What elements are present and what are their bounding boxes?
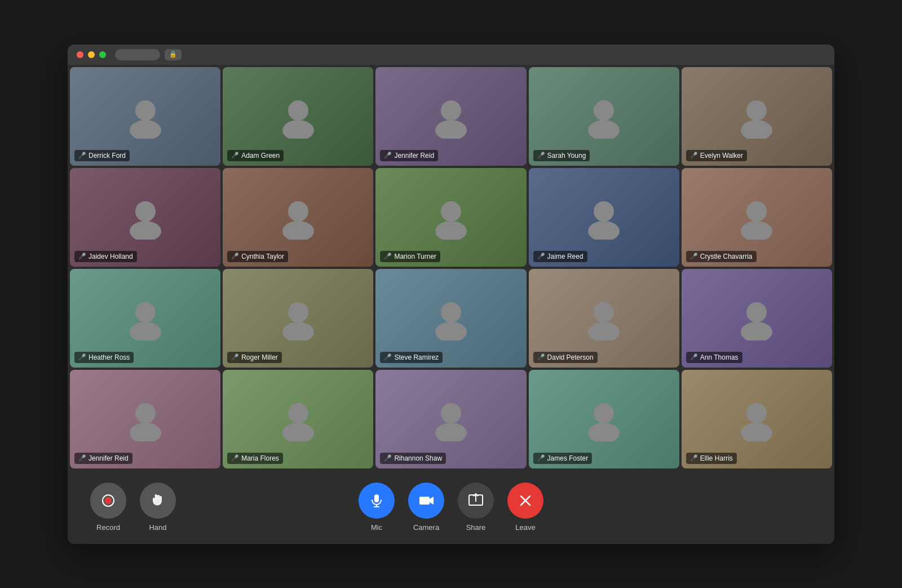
maximize-button[interactable] — [99, 51, 106, 58]
leave-label: Leave — [515, 523, 535, 532]
svg-point-28 — [746, 302, 767, 322]
mic-status-17: 🎤 — [231, 454, 239, 462]
mic-status-12: 🎤 — [231, 353, 239, 361]
video-tile-1: 🎤 Derrick Ford — [70, 67, 220, 166]
title-bar: 🔒 — [68, 45, 834, 65]
mic-status-13: 🎤 — [384, 353, 392, 361]
svg-point-24 — [441, 302, 461, 322]
close-button[interactable] — [77, 51, 83, 58]
video-tile-19: 🎤 James Foster — [529, 370, 679, 468]
share-button-wrap[interactable]: Share — [458, 483, 494, 532]
video-tile-17: 🎤 Maria Flores — [223, 370, 373, 468]
svg-point-16 — [594, 201, 614, 222]
svg-point-7 — [588, 120, 620, 139]
svg-rect-45 — [419, 497, 430, 505]
video-tile-13: 🎤 Steve Ramirez — [375, 269, 526, 368]
title-bar-lock: 🔒 — [165, 49, 182, 60]
leave-button-wrap[interactable]: Leave — [507, 483, 543, 532]
participant-label-14: 🎤 David Peterson — [533, 352, 598, 363]
app-window: 🔒 🎤 Derrick Ford 🎤 Adam Green — [68, 45, 834, 544]
share-button[interactable] — [458, 483, 494, 519]
svg-point-11 — [130, 221, 161, 240]
svg-point-27 — [588, 322, 620, 341]
camera-button-wrap[interactable]: Camera — [408, 483, 444, 532]
mic-status-5: 🎤 — [690, 152, 698, 159]
svg-point-25 — [435, 322, 467, 341]
minimize-button[interactable] — [88, 51, 95, 58]
mic-status-9: 🎤 — [537, 253, 545, 260]
participant-label-17: 🎤 Maria Flores — [227, 453, 283, 464]
participant-label-8: 🎤 Marion Turner — [380, 251, 440, 262]
title-bar-pill — [115, 49, 160, 60]
video-tile-5: 🎤 Evelyn Walker — [682, 67, 832, 166]
mic-status-15: 🎤 — [690, 353, 698, 361]
svg-point-8 — [746, 100, 767, 121]
record-button-wrap[interactable]: Record — [90, 483, 126, 532]
participant-label-15: 🎤 Ann Thomas — [686, 352, 742, 363]
svg-point-2 — [288, 100, 308, 121]
share-label: Share — [466, 523, 486, 532]
svg-point-4 — [441, 100, 461, 121]
svg-point-15 — [435, 221, 467, 240]
svg-point-12 — [288, 201, 308, 222]
video-tile-11: 🎤 Heather Ross — [70, 269, 220, 368]
mic-status-16: 🎤 — [78, 454, 86, 462]
participant-label-18: 🎤 Rihannon Shaw — [380, 453, 446, 464]
record-icon — [100, 493, 116, 509]
video-tile-18: 🎤 Rihannon Shaw — [375, 370, 526, 468]
mic-status-20: 🎤 — [690, 454, 698, 462]
svg-point-5 — [435, 120, 467, 139]
video-tile-2: 🎤 Adam Green — [223, 67, 373, 166]
mic-status-10: 🎤 — [690, 253, 698, 260]
participant-label-19: 🎤 James Foster — [533, 453, 593, 464]
participant-label-7: 🎤 Cynthia Taylor — [227, 251, 288, 262]
participant-label-9: 🎤 Jaime Reed — [533, 251, 587, 262]
controls-center: Mic Camera — [359, 483, 543, 532]
mic-button[interactable] — [359, 483, 395, 519]
participant-label-20: 🎤 Ellie Harris — [686, 453, 737, 464]
svg-rect-42 — [374, 494, 379, 502]
svg-point-30 — [135, 403, 156, 423]
svg-point-38 — [746, 403, 767, 423]
mic-status-4: 🎤 — [537, 152, 545, 159]
mic-status-7: 🎤 — [231, 253, 239, 260]
svg-point-17 — [588, 221, 620, 240]
svg-point-6 — [594, 100, 614, 121]
record-label: Record — [96, 523, 120, 532]
participant-label-12: 🎤 Roger Miller — [227, 352, 282, 363]
mic-status-11: 🎤 — [78, 353, 86, 361]
camera-label: Camera — [413, 523, 439, 532]
participant-label-11: 🎤 Heather Ross — [74, 352, 134, 363]
svg-point-9 — [741, 120, 772, 139]
svg-point-35 — [435, 423, 467, 441]
svg-point-37 — [588, 423, 620, 441]
svg-point-33 — [282, 423, 314, 441]
mic-status-14: 🎤 — [537, 353, 545, 361]
mic-status-2: 🎤 — [231, 152, 239, 159]
svg-point-18 — [746, 201, 767, 222]
participant-label-5: 🎤 Evelyn Walker — [686, 150, 747, 161]
camera-button[interactable] — [408, 483, 444, 519]
mic-status-3: 🎤 — [384, 152, 392, 159]
participant-label-10: 🎤 Crystle Chavarria — [686, 251, 757, 262]
svg-point-26 — [594, 302, 614, 322]
close-icon — [518, 493, 533, 509]
hand-button-wrap[interactable]: Hand — [140, 483, 176, 532]
svg-point-32 — [288, 403, 308, 423]
svg-point-3 — [282, 120, 314, 139]
record-button[interactable] — [90, 483, 126, 519]
video-tile-8: 🎤 Marion Turner — [375, 168, 526, 267]
svg-point-36 — [594, 403, 614, 423]
hand-button[interactable] — [140, 483, 176, 519]
video-tile-16: 🎤 Jennifer Reid — [70, 370, 220, 468]
mic-status-1: 🎤 — [78, 152, 86, 159]
svg-point-21 — [130, 322, 161, 341]
svg-point-19 — [741, 221, 772, 240]
svg-point-13 — [282, 221, 314, 240]
leave-button[interactable] — [507, 483, 543, 519]
participant-label-13: 🎤 Steve Ramirez — [380, 352, 443, 363]
svg-point-22 — [288, 302, 308, 322]
participant-label-6: 🎤 Jaidev Holland — [74, 251, 137, 262]
mic-button-wrap[interactable]: Mic — [359, 483, 395, 532]
video-tile-7: 🎤 Cynthia Taylor — [223, 168, 373, 267]
